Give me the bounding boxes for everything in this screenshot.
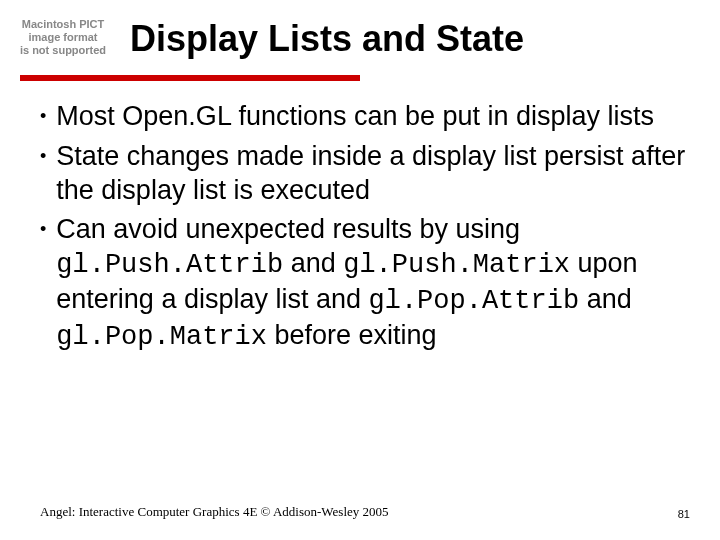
code-segment: gl.Pop.Attrib [369, 286, 580, 316]
bullet-text: Most Open.GL functions can be put in dis… [56, 100, 654, 134]
bullet-text: State changes made inside a display list… [56, 140, 690, 208]
bullet-item-2: • State changes made inside a display li… [40, 140, 690, 208]
placeholder-line: image format [28, 31, 97, 43]
text-segment: before exiting [267, 320, 437, 350]
text-segment: and [579, 284, 632, 314]
text-segment: Can avoid unexpected results by using [56, 214, 520, 244]
bullet-dot-icon: • [40, 146, 46, 168]
bullet-item-1: • Most Open.GL functions can be put in d… [40, 100, 690, 134]
placeholder-line: Macintosh PICT [22, 18, 105, 30]
bullet-item-3: • Can avoid unexpected results by using … [40, 213, 690, 354]
code-segment: gl.Push.Matrix [343, 250, 570, 280]
title-underline [20, 75, 360, 81]
bullet-text: Can avoid unexpected results by using gl… [56, 213, 690, 354]
slide-footer: Angel: Interactive Computer Graphics 4E … [40, 504, 389, 520]
slide-title: Display Lists and State [130, 18, 524, 60]
code-segment: gl.Pop.Matrix [56, 322, 267, 352]
page-number: 81 [678, 508, 690, 520]
slide-body: • Most Open.GL functions can be put in d… [40, 100, 690, 360]
missing-image-placeholder: Macintosh PICT image format is not suppo… [18, 18, 108, 58]
bullet-dot-icon: • [40, 106, 46, 128]
placeholder-line: is not supported [20, 44, 106, 56]
code-segment: gl.Push.Attrib [56, 250, 283, 280]
text-segment: and [283, 248, 343, 278]
bullet-dot-icon: • [40, 219, 46, 241]
